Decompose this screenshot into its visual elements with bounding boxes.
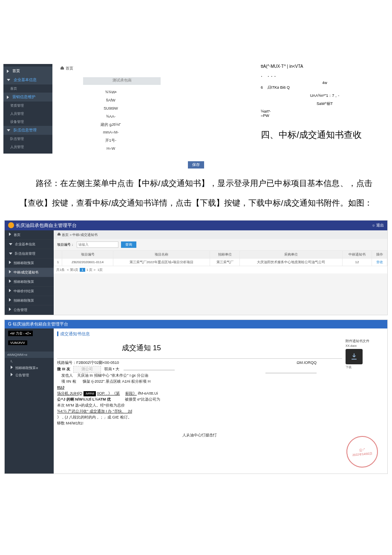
sidebar-item[interactable]: 首页 bbox=[5, 230, 54, 240]
field-value: 天庆油 In 招椒中心 "依木作公" I gx 分公油 bbox=[77, 373, 148, 378]
pagination[interactable]: 共1条 < 第1页11 页 > 1页 bbox=[54, 266, 387, 273]
sidebar-group-marketing[interactable]: 营销信息维护 bbox=[3, 93, 52, 102]
app-title: 长庆油田承包商自主管理平台 bbox=[16, 223, 77, 228]
field-label: 项 IIN 检 bbox=[61, 379, 76, 384]
text-fragment: ifM-eA!ttt.Ui bbox=[138, 391, 158, 395]
sidebar-section[interactable]: •MAtQWM>α bbox=[5, 352, 54, 358]
pager-text: 共1条 < 第1页 bbox=[56, 268, 78, 272]
attachment-panel: 附件通知书文件 XX.docx 下载 bbox=[346, 339, 384, 438]
table-header: 操作 bbox=[372, 251, 387, 259]
sidebar-sub-item[interactable]: 人员管理 bbox=[3, 143, 52, 151]
supplier-input[interactable]: 测公司 bbox=[73, 366, 101, 373]
sidebar-sub-item[interactable]: 人员管理 bbox=[3, 110, 52, 118]
chevron-right-icon bbox=[9, 261, 11, 264]
sidebar-item-label: 首页 bbox=[12, 68, 20, 74]
sidebar-sub-item[interactable]: 首页 bbox=[3, 84, 52, 93]
notice-line: 本次 MI'M 选»的成交人。经*价格为总价 bbox=[57, 403, 342, 409]
text-line: =PW bbox=[261, 113, 389, 118]
text-fragment: 0OP. . 》《第 bbox=[97, 391, 120, 395]
sidebar-item-label: 首页 bbox=[14, 233, 20, 237]
logout-button[interactable]: ☼ 退出 bbox=[372, 223, 384, 228]
page-current: 1 bbox=[80, 268, 85, 272]
form-line: mmA=M- bbox=[58, 128, 164, 137]
sidebar-item-bid-notice[interactable]: 中标/成交通知书 bbox=[5, 268, 54, 277]
chevron-right-icon bbox=[7, 70, 9, 73]
sidebar-item-label: 企业基本信息 bbox=[15, 242, 35, 246]
sidebar-sub-item[interactable]: 设备管理 bbox=[3, 118, 52, 126]
screenshot-1-sidebar: 首页 企业基本信息 首页 营销信息维护 资质管理 人员管理 设备管理 队伍信息管… bbox=[3, 64, 52, 154]
screenshot-2-sidebar: 首页 企业基本信息 队伍信息管理 招标标段预算 中标/成交通知书 报标标段预算 … bbox=[5, 230, 54, 315]
text-fragment: 被接受 e*比选公司为 bbox=[125, 397, 160, 401]
text-line: 6 日ITKa Bi6 Q bbox=[261, 85, 389, 90]
sidebar-sub-item[interactable]: 队伍管理 bbox=[3, 135, 52, 143]
table-cell: 大庆油田技术服务中心地质测绘公司油气公司 bbox=[239, 259, 342, 266]
text-line: ¼art*· bbox=[261, 109, 389, 113]
sidebar-item[interactable]: 报标标段预算 bbox=[5, 277, 54, 287]
sidebar-item-label: 招标标段预算 bbox=[14, 299, 34, 302]
sidebar-sub-item[interactable]: 资质管理 bbox=[3, 102, 52, 110]
sidebar-item[interactable]: 招标标段预算 bbox=[5, 296, 54, 305]
black-tag: :МФМ bbox=[84, 391, 96, 396]
breadcrumb: 首页 bbox=[58, 64, 256, 73]
sidebar-item-label: 中标价付结算 bbox=[14, 289, 34, 293]
text-line: UAA¾n*"1：7，- bbox=[261, 93, 389, 99]
app-header: 长庆油田承包商自主管理平台 ☼ 退出 bbox=[5, 221, 387, 230]
search-bar: 项目编号： 查询 bbox=[54, 239, 387, 250]
sidebar-item-label: 队伍信息管理 bbox=[15, 252, 35, 256]
home-icon bbox=[60, 66, 64, 70]
text-line: SaW^标T bbox=[261, 101, 389, 107]
panel-title-text: 成交通知书信息 bbox=[60, 331, 90, 336]
form-lines: ¾¾W• fiAfW SU9t9W ¾AA- 建的 gJ5¼Γ mmA=M- 开… bbox=[58, 88, 164, 153]
official-stamp-icon: 公-"2022年14I91日 bbox=[345, 435, 379, 469]
sidebar-item-label: 公告管理 bbox=[15, 373, 29, 377]
text-fragment: 公^J 的喇 N/W¾¾tl L½ATM 优 bbox=[57, 397, 111, 401]
search-button[interactable]: 查询 bbox=[121, 241, 136, 248]
sidebar-item[interactable]: 中标价付结算 bbox=[5, 287, 54, 296]
text-fragment: Bi6 Q bbox=[280, 85, 290, 90]
notice-title: 成交通知 15 bbox=[122, 343, 161, 353]
sidebar-item[interactable]: 企业基本信息 bbox=[5, 240, 54, 249]
field-value: F2B002\宁02鄞<00-0510 bbox=[76, 360, 119, 365]
text-dots: . ... bbox=[261, 71, 389, 78]
search-label: 项目编号： bbox=[57, 242, 74, 247]
cnpc-logo-icon bbox=[8, 222, 14, 228]
notice-line: 微 0I 友 测公司 联商 • 大 bbox=[57, 366, 342, 373]
save-button[interactable]: 保存 bbox=[188, 161, 204, 169]
sidebar-item-home[interactable]: 首页 bbox=[3, 67, 52, 76]
sidebar-sub-item[interactable]: 公告管理 bbox=[5, 372, 54, 379]
screenshot-2: 长庆油田承包商自主管理平台 ☼ 退出 首页 企业基本信息 队伍信息管理 招标标段… bbox=[4, 220, 388, 315]
notice-line: ItUJ bbox=[57, 385, 342, 391]
table-cell: 第三采气厂2022年重点区域×项目分析项目 bbox=[113, 259, 210, 266]
sidebar-item[interactable]: 招标标段预算 bbox=[5, 259, 54, 268]
test-contractor-input[interactable]: 测试承包商 bbox=[83, 77, 161, 85]
sidebar-group-team[interactable]: 队伍信息管理 bbox=[3, 126, 52, 135]
sidebar-sub-item[interactable]: 招标标段预算α bbox=[5, 364, 54, 372]
logout-label: 退出 bbox=[376, 223, 384, 227]
view-link[interactable]: 查收 bbox=[372, 259, 387, 266]
chevron-right-icon bbox=[9, 232, 11, 236]
field-label: 线路编号： bbox=[57, 360, 76, 365]
chevron-right-icon bbox=[9, 308, 11, 311]
field-label: 发也人 bbox=[61, 373, 73, 378]
sidebar-item[interactable]: 队伍信息管理 bbox=[5, 249, 54, 259]
results-table: 项目编号 项目名称 招标单位 采购单位 中标通知书 操作 1 ZB2022020… bbox=[54, 250, 387, 266]
project-number-input[interactable] bbox=[77, 241, 118, 248]
screenshot-1-right: ttA(^·MUX·T^ | in<VTA . ... 4w 6 日ITKa B… bbox=[261, 64, 389, 141]
sidebar-group-enterprise[interactable]: 企业基本信息 bbox=[3, 76, 52, 84]
table-cell: ZB2022020601-0114 bbox=[62, 259, 113, 266]
download-label: 下载 bbox=[346, 365, 384, 369]
screenshot-2-main: 首页 > 中标/成交通知书 项目编号： 查询 项目编号 项目名称 招标单位 采购… bbox=[54, 230, 387, 315]
instruction-paragraph: 路径：在左侧主菜单中点击【中标/成交通知书】，显示登录用户已中标项目基本信息、，… bbox=[0, 174, 392, 220]
download-button[interactable] bbox=[346, 349, 363, 364]
field-label: 联商 • 大 bbox=[104, 367, 119, 371]
table-header: 招标单位 bbox=[210, 251, 240, 259]
form-line: 开1号- bbox=[58, 137, 164, 145]
home-icon bbox=[57, 232, 61, 236]
notice-line: 》，(J 八段比的时的内，；」成 GIE 检订。 bbox=[57, 415, 342, 421]
paragraph-text: 路径：在左侧主菜单中点击【中标/成交通知书】，显示登录用户已中标项目基本信息、，… bbox=[20, 174, 372, 212]
sidebar-sub-item[interactable]: I, bbox=[5, 358, 54, 364]
sidebar-item[interactable]: 公告管理 bbox=[5, 305, 54, 315]
field-value: 慷架 rj-2022".景点区岐 A1Hi 权分析项 H bbox=[83, 379, 151, 384]
chevron-right-icon bbox=[9, 289, 11, 292]
screenshot-3-sidebar: •W 力金 - •∅• VUMJtVV •MAtQWM>α I, 招标标段预算α… bbox=[5, 328, 54, 474]
